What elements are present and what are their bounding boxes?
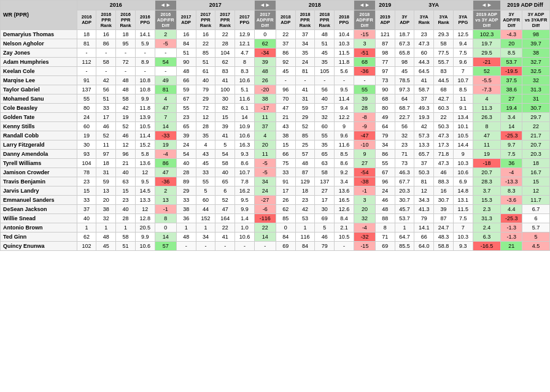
cell-x: 11.5 [453, 204, 473, 213]
cell-n: 0 [276, 223, 295, 232]
player-name: Cole Beasley [1, 103, 77, 112]
cell-v: 81 [414, 177, 434, 186]
cell-k: 10.7 [235, 167, 255, 177]
cell-u: 64.7 [395, 232, 414, 241]
cell-o: 81 [295, 66, 315, 75]
cell-v: 14.1 [414, 223, 434, 232]
player-name: Emmanuel Sanders [1, 195, 77, 204]
cell-c: 52 [96, 131, 116, 140]
2017-header: 2017 [176, 1, 254, 10]
cell-p: 69 [315, 213, 335, 223]
cell-p: 35 [315, 57, 335, 66]
cell-g_diff: 2 [155, 186, 176, 195]
cell-n: 86 [276, 48, 295, 57]
cell-ad: 15.3 [473, 195, 500, 204]
cell-i: 1 [196, 223, 215, 232]
cell-ad: 11.3 [473, 103, 500, 112]
cell-b: 80 [77, 103, 96, 112]
cell-w: 16 [434, 186, 454, 195]
cell-d: 58 [116, 94, 136, 103]
cell-m: -5 [254, 167, 276, 177]
cell-h: - [176, 241, 196, 250]
cell-e: 12 [135, 167, 155, 177]
cell-j: 41 [215, 232, 235, 241]
cell-v: 42 [414, 121, 434, 131]
table-row: Larry Fitzgerald30111215.219244516.32015… [1, 140, 550, 149]
cell-x: 10.7 [453, 75, 473, 85]
cell-af: 38 [522, 48, 550, 57]
cell-j: 22 [215, 29, 235, 39]
cell-c: 31 [96, 167, 116, 177]
cell-d: 95 [116, 39, 136, 48]
cell-w: 46 [434, 167, 454, 177]
cell-w: 71.8 [434, 149, 454, 158]
table-row: Marqise Lee91424810.84966404110.626-----… [1, 75, 550, 85]
cell-q: 9.4 [335, 103, 354, 112]
cell-af: 20.3 [522, 149, 550, 158]
cell-k: 4.7 [235, 48, 255, 57]
cell-ae: 21 [501, 241, 522, 250]
cell-o: 24 [295, 57, 315, 66]
cell-n: 92 [276, 57, 295, 66]
cell-q: 8.6 [335, 158, 354, 167]
cell-ad: 4 [473, 94, 500, 103]
cell-c: 56 [96, 85, 116, 94]
cell-af: 32 [522, 75, 550, 85]
stats-table-container: WR (PPR) 2016 ◄► 2017 ◄► 2018 ◄► 2019 3Y… [0, 0, 550, 392]
cell-e: 9.5 [135, 177, 155, 186]
cell-u: 32 [395, 131, 414, 140]
cell-q: 2.1 [335, 223, 354, 232]
player-name: Antonio Brown [1, 223, 77, 232]
cell-s: -15 [354, 29, 375, 39]
cell-x: 7 [453, 223, 473, 232]
cell-w: 50.3 [434, 121, 454, 131]
cell-m: -17 [254, 103, 276, 112]
adp-diff-header: 2019 ADP Diff [501, 1, 550, 10]
cell-p: 105 [315, 66, 335, 75]
table-row: Quincy Enunwa102455110.657-----698479--1… [1, 241, 550, 250]
cell-n: 45 [276, 66, 295, 75]
cell-j: 65 [215, 177, 235, 186]
cell-d: 46 [116, 131, 136, 140]
col-2017-ppg: 2017PPG [235, 10, 255, 29]
cell-g_diff: - [155, 66, 176, 75]
cell-ae: 37.5 [501, 75, 522, 85]
cell-g_diff: 49 [155, 75, 176, 85]
cell-ae: 27 [501, 94, 522, 103]
cell-h: 28 [176, 167, 196, 177]
table-row: Demaryius Thomas18161814.1216162212.9022… [1, 29, 550, 39]
cell-ae: -25.3 [501, 213, 522, 223]
cell-n: 26 [276, 195, 295, 204]
cell-m: -20 [254, 85, 276, 94]
cell-t: 71 [375, 232, 395, 241]
cell-b: 112 [77, 57, 96, 66]
cell-ae: -4 [501, 167, 522, 177]
cell-d: 40 [116, 167, 136, 177]
table-row: Nelson Agholor8186955.9-584222812.162373… [1, 39, 550, 48]
col-adp-diff-4: 2019 ADPvs 3Y ADPDiff [473, 10, 500, 29]
cell-e: 14.5 [135, 186, 155, 195]
cell-m: 62 [254, 39, 276, 48]
cell-d: - [116, 66, 136, 75]
cell-ad: 102.3 [473, 29, 500, 39]
position-header: WR (PPR) [1, 1, 77, 30]
cell-e: 12 [135, 204, 155, 213]
cell-c: 20 [96, 195, 116, 204]
cell-s: 32 [354, 213, 375, 223]
table-row: Golden Tate24171913.97231215141121293212… [1, 112, 550, 121]
cell-e: - [135, 66, 155, 75]
cell-af: 31 [522, 94, 550, 103]
player-name: Willie Snead [1, 213, 77, 223]
cell-o: 29 [295, 112, 315, 121]
table-row: Adam Humphries11258728.95490516283992243… [1, 57, 550, 66]
cell-i: - [196, 241, 215, 250]
cell-e: 11.8 [135, 103, 155, 112]
cell-v: 50.3 [414, 167, 434, 177]
cell-h: 55 [176, 103, 196, 112]
cell-p: 51 [315, 39, 335, 48]
cell-q: 10.5 [335, 232, 354, 241]
cell-k: 16.2 [235, 186, 255, 195]
cell-h: 51 [176, 48, 196, 57]
cell-n: 69 [276, 241, 295, 250]
cell-k: 9.9 [235, 204, 255, 213]
